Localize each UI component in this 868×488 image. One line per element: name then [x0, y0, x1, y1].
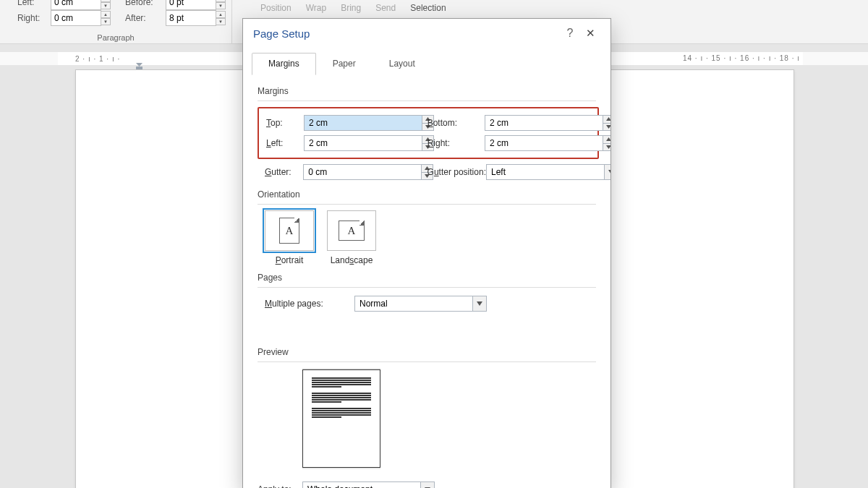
- ruler-right-scale: 14 · ı · 15 · ı · 16 · ı · ı · 18 · ı: [683, 54, 800, 62]
- chevron-down-icon[interactable]: [473, 296, 487, 312]
- indent-right-input[interactable]: [51, 10, 101, 26]
- ribbon-group-label: Paragraph: [0, 33, 231, 42]
- page-setup-dialog: Page Setup ? ✕ Margins Paper Layout Marg…: [242, 18, 611, 488]
- tab-margins[interactable]: Margins: [252, 53, 316, 75]
- dialog-tabs: Margins Paper Layout: [243, 48, 610, 76]
- spinner-buttons[interactable]: ▲▼: [101, 0, 111, 9]
- multiple-pages-input[interactable]: [354, 296, 473, 312]
- section-preview-text: Preview: [258, 347, 289, 357]
- gutter-label: Gutter:: [265, 167, 303, 177]
- tab-paper[interactable]: Paper: [316, 53, 373, 75]
- section-margins-label: Margins: [258, 86, 596, 101]
- margin-bottom-spinner[interactable]: [485, 115, 610, 131]
- margin-bottom-input[interactable]: [485, 115, 603, 131]
- spacing-before-input[interactable]: [166, 0, 216, 10]
- app-background: Left: ▲▼ Before: ▲▼ Right: ▲▼ After:: [0, 0, 868, 488]
- ribbon-btn-selection[interactable]: Selection: [410, 3, 446, 13]
- preview-page-icon: [302, 369, 380, 468]
- gutter-spinner[interactable]: [303, 164, 433, 180]
- svg-marker-9: [606, 145, 610, 149]
- down-arrow-icon[interactable]: [603, 123, 610, 132]
- portrait-label: Portrait: [276, 255, 304, 265]
- gutter-position-input[interactable]: [486, 164, 605, 180]
- orientation-portrait[interactable]: A Portrait: [265, 210, 314, 265]
- section-orientation-text: Orientation: [258, 189, 300, 200]
- apply-to-combo[interactable]: [302, 481, 435, 488]
- spacing-after-input[interactable]: [166, 10, 216, 26]
- ruler-left-scale: 2 · ı · 1 · ı ·: [75, 55, 120, 63]
- ribbon-btn-send: Send: [375, 3, 396, 13]
- chevron-down-icon[interactable]: [421, 481, 435, 488]
- svg-marker-12: [608, 170, 610, 174]
- svg-marker-13: [477, 301, 482, 306]
- spacing-after-spinner[interactable]: After: ▲▼: [125, 10, 226, 26]
- indent-left-label: Left:: [17, 0, 51, 7]
- margin-top-spinner[interactable]: [304, 115, 434, 131]
- dialog-body: Margins Top: Bottom:: [243, 76, 610, 488]
- spacing-before-label: Before:: [125, 0, 166, 7]
- landscape-icon: A: [327, 210, 376, 251]
- section-margins-text: Margins: [258, 86, 289, 96]
- page-glyph: A: [339, 221, 365, 241]
- spinner-buttons[interactable]: ▲▼: [216, 0, 226, 9]
- ribbon-btn-bring: Bring: [341, 3, 361, 13]
- spinner-buttons[interactable]: ▲▼: [216, 11, 226, 25]
- apply-to-label: Apply to:: [258, 484, 302, 488]
- apply-to-input[interactable]: [302, 481, 421, 488]
- orientation-landscape[interactable]: A Landscape: [327, 210, 376, 265]
- gutter-position-label: Gutter position:: [427, 167, 486, 177]
- gutter-position-combo[interactable]: [486, 164, 610, 180]
- down-arrow-icon[interactable]: [603, 143, 610, 152]
- preview-box: [302, 368, 380, 469]
- orientation-options: A Portrait A Landscape: [265, 210, 596, 265]
- margin-left-input[interactable]: [304, 135, 422, 151]
- close-button[interactable]: ✕: [580, 27, 600, 40]
- ribbon-btn-position: Position: [260, 3, 292, 13]
- spinner-buttons[interactable]: ▲▼: [101, 11, 111, 25]
- chevron-down-icon[interactable]: [605, 164, 610, 180]
- landscape-label: Landscape: [331, 255, 373, 265]
- section-orientation-label: Orientation: [258, 189, 596, 205]
- spacing-after-label: After:: [125, 13, 166, 23]
- multiple-pages-combo[interactable]: [354, 296, 487, 312]
- up-arrow-icon[interactable]: [603, 115, 610, 123]
- spacing-before-spinner[interactable]: Before: ▲▼: [125, 0, 226, 10]
- portrait-icon: A: [265, 210, 314, 251]
- margin-left-spinner[interactable]: [304, 135, 434, 151]
- gutter-input[interactable]: [303, 164, 422, 180]
- margins-highlight-box: Top: Bottom:: [258, 107, 599, 159]
- ribbon-btn-wrap: Wrap: [306, 3, 326, 13]
- page-glyph: A: [279, 218, 299, 244]
- section-preview-label: Preview: [258, 347, 596, 362]
- indent-left-spinner[interactable]: Left: ▲▼: [17, 0, 111, 10]
- svg-marker-8: [606, 137, 610, 141]
- indent-right-spinner[interactable]: Right: ▲▼: [17, 10, 111, 26]
- ribbon-group-paragraph: Left: ▲▼ Before: ▲▼ Right: ▲▼ After:: [0, 0, 232, 43]
- tab-layout[interactable]: Layout: [373, 53, 432, 75]
- margin-left-label: Left:: [266, 138, 304, 148]
- up-arrow-icon[interactable]: [603, 135, 610, 143]
- margin-bottom-label: Bottom:: [427, 118, 485, 128]
- dialog-title: Page Setup: [253, 27, 560, 40]
- dialog-titlebar: Page Setup ? ✕: [243, 19, 610, 48]
- multiple-pages-label: Multiple pages:: [265, 299, 354, 309]
- svg-marker-5: [606, 125, 610, 129]
- margin-right-label: Right:: [427, 138, 485, 148]
- svg-marker-4: [606, 117, 610, 121]
- margin-top-label: Top:: [266, 118, 304, 128]
- indent-left-input[interactable]: [51, 0, 101, 10]
- margin-right-input[interactable]: [485, 135, 603, 151]
- section-pages-text: Pages: [258, 273, 282, 283]
- svg-marker-0: [136, 63, 142, 67]
- margin-top-input[interactable]: [304, 115, 422, 131]
- section-pages-label: Pages: [258, 273, 596, 288]
- indent-right-label: Right:: [17, 13, 51, 23]
- margin-right-spinner[interactable]: [485, 135, 610, 151]
- help-button[interactable]: ?: [560, 27, 580, 40]
